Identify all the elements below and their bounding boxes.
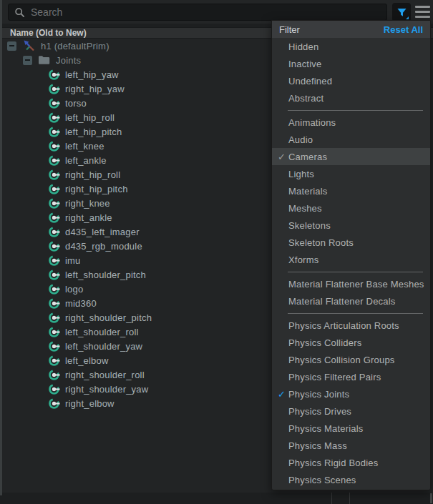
collapse-icon[interactable] [7,41,16,51]
filter-menu-item[interactable]: ✓ Skeletons [272,217,430,234]
joint-label: left_hip_pitch [65,127,122,137]
physics-joint-icon [48,140,60,152]
physics-joint-icon [48,126,60,138]
filter-menu-item[interactable]: ✓ Animations [272,114,430,131]
physics-joint-icon [48,169,60,181]
joint-label: right_hip_roll [65,169,120,180]
physics-joint-icon [48,112,60,124]
physics-joint-icon [48,83,60,95]
filter-item-label: Physics Rigid Bodies [288,458,378,468]
filter-menu-item[interactable]: ✓ Undefined [272,72,430,89]
joint-label: right_shoulder_yaw [65,384,148,395]
joint-label: right_knee [65,198,110,209]
physics-joint-icon [48,226,60,238]
filter-group-divider [272,310,430,317]
filter-menu-item[interactable]: ✓ Cameras [272,148,430,165]
filter-menu-item[interactable]: ✓ Hidden [272,38,430,55]
filter-menu-item[interactable]: ✓ Physics Materials [272,420,430,437]
filter-menu-item[interactable]: ✓ Materials [272,182,430,199]
physics-joint-icon [48,69,60,81]
xform-icon [22,40,35,52]
filter-menu-item[interactable]: ✓ Physics Drives [272,402,430,420]
joint-label: mid360 [65,298,97,309]
filter-menu-item[interactable]: ✓ Audio [272,131,430,148]
filter-item-label: Animations [288,117,336,128]
filter-button[interactable] [392,3,411,21]
filter-corner-badge [406,16,409,19]
filter-menu-item[interactable]: ✓ Physics Joints [272,385,430,402]
physics-joint-icon [48,283,60,295]
joint-label: right_hip_yaw [65,84,125,94]
filter-menu-item[interactable]: ✓ Material Flattener Base Meshes [272,275,430,292]
filter-item-label: Undefined [288,76,332,87]
joint-label: right_elbow [65,398,115,409]
filter-menu-item[interactable]: ✓ Lights [272,165,430,182]
filter-menu-item[interactable]: ✓ Physics Collision Groups [272,351,430,368]
physics-joint-icon [48,369,60,381]
filter-menu-item[interactable]: ✓ Physics Articulation Roots [272,317,430,334]
filter-menu-item[interactable]: ✓ Xforms [272,251,430,268]
physics-joint-icon [48,240,60,252]
physics-joint-icon [48,255,60,267]
filter-menu-item[interactable]: ✓ Physics Rigid Bodies [272,454,430,471]
filter-item-label: Physics Collision Groups [288,355,395,365]
physics-joint-icon [48,340,60,352]
filter-item-label: Skeletons [288,220,331,231]
filter-menu-item[interactable]: ✓ Inactive [272,55,430,72]
joint-label: right_shoulder_pitch [65,312,152,323]
filter-item-label: Materials [288,186,328,197]
filter-item-label: Physics Filtered Pairs [288,372,381,382]
physics-joint-icon [48,397,60,410]
filter-menu-item[interactable]: ✓ Physics Mass [272,437,430,454]
filter-menu-item[interactable]: ✓ Abstract [272,89,430,107]
filter-item-label: Physics Colliders [288,337,361,348]
physics-joint-icon [48,183,60,195]
search-input[interactable] [31,6,381,18]
filter-menu-item[interactable]: ✓ Physics Scenes [272,471,430,488]
joint-label: right_shoulder_roll [65,370,145,380]
filter-item-label: Lights [288,169,314,179]
filter-items-container: ✓ Hidden ✓ Inactive ✓ Undefined ✓ Abstra… [272,38,430,488]
search-icon [14,7,25,18]
physics-joint-icon [48,326,60,338]
filter-item-label: Cameras [288,152,327,162]
filter-item-label: Material Flattener Base Meshes [288,279,424,290]
filter-item-label: Physics Mass [288,440,347,451]
check-icon: ✓ [276,152,288,162]
joint-label: d435_left_imager [65,227,140,237]
physics-joint-icon [48,355,60,367]
search-box[interactable] [8,4,387,21]
filter-item-label: Abstract [288,93,323,104]
filter-item-label: Xforms [288,255,318,265]
filter-panel-header: Filter Reset All [272,21,430,38]
filter-item-label: Physics Materials [288,423,364,434]
folder-icon [38,55,50,65]
filter-menu-item[interactable]: ✓ Skeleton Roots [272,234,430,251]
physics-joint-icon [48,197,60,209]
joint-label: left_shoulder_pitch [65,270,146,280]
filter-group-divider [272,268,430,275]
reset-all-link[interactable]: Reset All [384,24,423,35]
bottom-strip [2,493,433,504]
filter-item-label: Inactive [288,59,321,69]
column-header-label: Name (Old to New) [10,28,87,38]
filter-item-label: Material Flattener Decals [288,296,396,307]
joint-label: imu [65,255,81,266]
options-menu-icon[interactable] [415,6,430,18]
scrollbar-corner [430,493,432,503]
filter-menu-item[interactable]: ✓ Meshes [272,199,430,217]
physics-joint-icon [48,212,60,224]
column-divider[interactable] [349,493,350,504]
joint-label: d435_rgb_module [65,241,142,252]
collapse-icon[interactable] [23,56,32,65]
joint-label: left_shoulder_roll [65,327,139,337]
column-divider[interactable] [331,493,332,504]
joint-label: left_elbow [65,355,109,366]
filter-item-label: Hidden [288,41,318,52]
filter-menu-item[interactable]: ✓ Physics Filtered Pairs [272,368,430,385]
physics-joint-icon [48,297,60,310]
filter-item-label: Audio [288,134,313,145]
filter-menu-item[interactable]: ✓ Physics Colliders [272,334,430,351]
filter-menu-item[interactable]: ✓ Material Flattener Decals [272,292,430,310]
filter-item-label: Physics Drives [288,406,351,417]
